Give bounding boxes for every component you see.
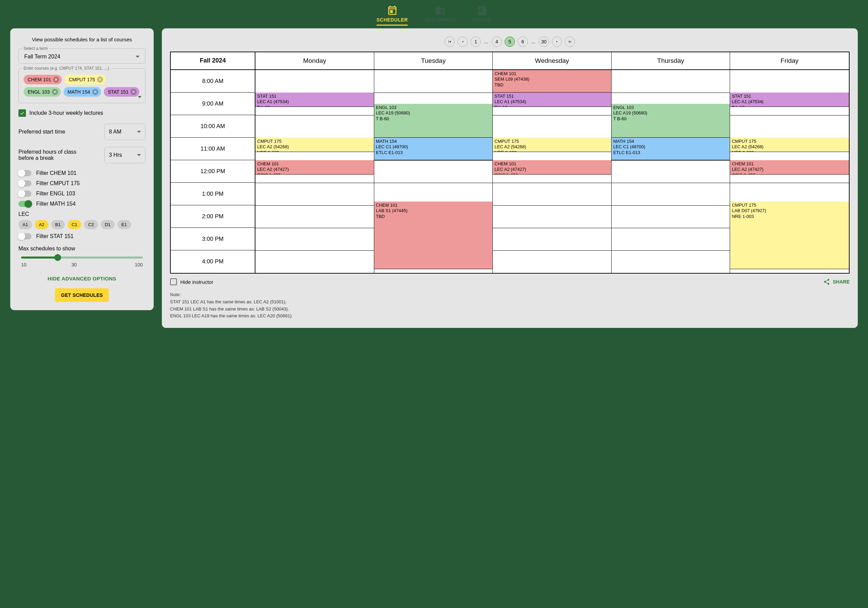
chevron-left-icon <box>461 40 464 43</box>
calendar-event[interactable]: ENGL 103LEC A19 (50680)T B-60 <box>374 104 493 138</box>
time-label: 8:00 AM <box>171 70 255 93</box>
filter-toggle[interactable] <box>19 201 31 207</box>
time-label: 11:00 AM <box>171 138 255 160</box>
day-column: ENGL 103LEC A19 (50680)T B-60MATH 154LEC… <box>612 70 730 273</box>
calendar: Fall 2024 Monday Tuesday Wednesday Thurs… <box>170 51 849 274</box>
time-label: 1:00 PM <box>171 183 255 205</box>
day-column: STAT 151LEC A1 (47534)T L-12CMPUT 175LEC… <box>730 70 849 273</box>
max-schedules-slider[interactable] <box>21 256 143 259</box>
notes: Note: STAT 151 LEC A1 has the same times… <box>170 292 849 320</box>
share-button[interactable]: SHARE <box>823 278 849 285</box>
pager: 1 ... 4 5 6 ... 30 <box>170 37 849 47</box>
hide-advanced-link[interactable]: HIDE ADVANCED OPTIONS <box>19 276 146 281</box>
options-panel: View possible schedules for a list of co… <box>10 28 153 310</box>
hide-instructor-checkbox[interactable] <box>170 278 177 285</box>
course-chip[interactable]: CMPUT 175✕ <box>65 75 106 84</box>
pager-page[interactable]: 1 <box>471 37 481 47</box>
pref-start-select[interactable]: 8 AM <box>104 124 146 140</box>
chevron-down-icon <box>137 154 141 156</box>
lec-chip[interactable]: A2 <box>35 220 48 229</box>
calendar-event[interactable]: CHEM 101LEC A2 (47427)CCIS 1-430 <box>493 160 611 175</box>
time-label: 12:00 PM <box>171 160 255 183</box>
chip-remove-icon[interactable]: ✕ <box>130 89 136 95</box>
share-icon <box>823 278 830 285</box>
chip-remove-icon[interactable]: ✕ <box>52 89 58 95</box>
building-icon <box>435 5 446 16</box>
calendar-event[interactable]: CHEM 101LEC A2 (47427)CCIS 1-430 <box>256 160 374 175</box>
course-chip[interactable]: STAT 151✕ <box>104 87 140 97</box>
calendar-event[interactable]: MATH 154LEC C1 (49700)ETLC E1-013 <box>612 138 730 160</box>
lec-chip[interactable]: E1 <box>118 220 131 229</box>
calendar-event[interactable]: CMPUT 175LAB D07 (47927)NRE 1-003 <box>730 202 849 269</box>
chip-remove-icon[interactable]: ✕ <box>97 76 103 83</box>
time-label: 4:00 PM <box>171 250 255 273</box>
nav-finder[interactable]: FINDER <box>473 5 491 26</box>
day-header: Tuesday <box>374 52 493 69</box>
filter-toggle[interactable] <box>19 233 31 239</box>
chip-remove-icon[interactable]: ✕ <box>53 76 59 83</box>
pager-next[interactable] <box>552 37 562 47</box>
get-schedules-button[interactable]: GET SCHEDULES <box>55 288 109 302</box>
calendar-icon <box>387 5 398 16</box>
chevron-right-icon <box>555 40 559 43</box>
day-column: STAT 151LEC A1 (47534)T L-12CMPUT 175LEC… <box>256 70 374 273</box>
chevron-down-icon <box>138 96 142 98</box>
slider-thumb[interactable] <box>54 254 61 261</box>
first-page-icon <box>448 40 452 44</box>
time-label: 9:00 AM <box>171 93 255 115</box>
time-label: 2:00 PM <box>171 205 255 228</box>
pager-first[interactable] <box>445 37 455 47</box>
lec-chip[interactable]: D1 <box>101 220 115 229</box>
lec-chip[interactable]: C1 <box>68 220 82 229</box>
day-header: Friday <box>730 52 849 69</box>
course-chip[interactable]: MATH 154✕ <box>64 87 101 97</box>
top-nav: SCHEDULER OCCUPANCY FINDER <box>10 4 858 28</box>
calendar-event[interactable]: ENGL 103LEC A19 (50680)T B-60 <box>612 104 730 138</box>
calendar-event[interactable]: CHEM 101LAB S1 (47445)TBD <box>374 202 493 269</box>
filter-toggle[interactable] <box>19 191 31 197</box>
pager-page[interactable]: 6 <box>518 37 528 47</box>
schedule-panel: 1 ... 4 5 6 ... 30 Fall 2024 Monday Tues… <box>162 28 858 328</box>
day-column: ENGL 103LEC A19 (50680)T B-60MATH 154LEC… <box>374 70 493 273</box>
check-icon <box>19 110 25 116</box>
term-cell: Fall 2024 <box>171 52 256 69</box>
pager-last[interactable] <box>565 37 575 47</box>
filter-toggle[interactable] <box>19 180 31 186</box>
courses-input[interactable]: Enter courses (e.g. CMPUT 174, STAT 151,… <box>19 68 146 103</box>
nav-scheduler[interactable]: SCHEDULER <box>377 5 408 26</box>
panel-title: View possible schedules for a list of co… <box>19 37 146 42</box>
pager-page[interactable]: 30 <box>539 37 549 47</box>
day-header: Thursday <box>612 52 730 69</box>
pager-page[interactable]: 4 <box>492 37 502 47</box>
calendar-event[interactable]: STAT 151LEC A1 (47534)T L-12 <box>493 93 611 107</box>
time-label: 3:00 PM <box>171 228 255 250</box>
chevron-down-icon <box>137 131 141 133</box>
calendar-event[interactable]: STAT 151LEC A1 (47534)T L-12 <box>256 93 374 107</box>
calendar-event[interactable]: STAT 151LEC A1 (47534)T L-12 <box>730 93 849 107</box>
chip-remove-icon[interactable]: ✕ <box>92 89 98 95</box>
calendar-event[interactable]: CMPUT 175LEC A2 (54268)NRE 2-003 <box>493 138 611 152</box>
course-chip[interactable]: CHEM 101✕ <box>23 75 62 84</box>
time-label: 10:00 AM <box>171 115 255 138</box>
nav-occupancy[interactable]: OCCUPANCY <box>424 5 456 26</box>
calendar-event[interactable]: MATH 154LEC C1 (49700)ETLC E1-013 <box>374 138 493 160</box>
calendar-event[interactable]: CMPUT 175LEC A2 (54268)NRE 2-003 <box>730 138 849 152</box>
lec-chip[interactable]: B1 <box>51 220 65 229</box>
day-header: Wednesday <box>493 52 612 69</box>
calendar-event[interactable]: CMPUT 175LEC A2 (54268)NRE 2-003 <box>256 138 374 152</box>
pager-prev[interactable] <box>457 37 468 47</box>
filter-toggle[interactable] <box>19 170 31 176</box>
pref-break-select[interactable]: 3 Hrs <box>104 147 146 163</box>
calendar-event[interactable]: CHEM 101LEC A2 (47427)CCIS 1-430 <box>730 160 849 175</box>
course-chip[interactable]: ENGL 103✕ <box>23 87 61 97</box>
lec-chip[interactable]: C2 <box>84 220 98 229</box>
last-page-icon <box>568 40 572 44</box>
lec-chip[interactable]: A1 <box>19 220 32 229</box>
day-column: CHEM 101SEM L09 (47438)TBDSTAT 151LEC A1… <box>493 70 612 273</box>
chevron-down-icon <box>136 56 140 58</box>
pager-page-active[interactable]: 5 <box>505 37 515 47</box>
include-3hr-checkbox[interactable] <box>19 109 26 117</box>
calendar-event[interactable]: CHEM 101SEM L09 (47438)TBD <box>493 70 611 93</box>
term-select[interactable]: Select a term Fall Term 2024 <box>19 48 146 64</box>
day-header: Monday <box>256 52 374 69</box>
